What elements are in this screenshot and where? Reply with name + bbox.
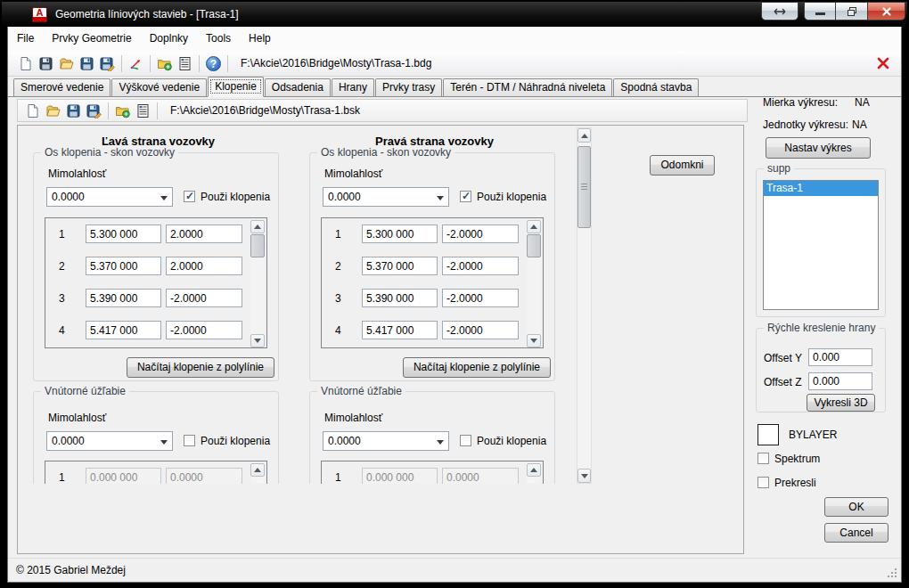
use-tilt-checkbox[interactable] (184, 435, 195, 446)
restore-button[interactable] (836, 2, 868, 20)
eccentricity-label: Mimolahlosť (48, 167, 106, 180)
table-scrollbar[interactable] (527, 220, 541, 347)
station-input[interactable] (362, 225, 438, 243)
tilt-table-left: 1 2 3 4 (45, 217, 267, 348)
slope-input[interactable] (166, 321, 242, 339)
load-polyline-button[interactable]: Načítaj klopenie z polylínie (403, 357, 551, 378)
scroll-up-button[interactable] (577, 128, 591, 143)
offset-y-field[interactable] (808, 348, 872, 366)
save-as-bsk-button[interactable] (84, 101, 104, 121)
add-folder-button[interactable] (112, 101, 133, 121)
main-vertical-scrollbar[interactable] (577, 127, 592, 484)
app-icon: A (32, 7, 47, 22)
table-scrollbar[interactable] (250, 220, 265, 347)
unlock-button[interactable]: Odomkni (650, 155, 715, 176)
bylayer-color-swatch[interactable] (758, 424, 779, 445)
menu-item-doplnky[interactable]: Doplnky (141, 27, 197, 51)
station-input[interactable] (86, 257, 161, 275)
scroll-up-button[interactable] (527, 463, 541, 477)
row-number: 1 (59, 471, 65, 484)
window-controls (804, 2, 905, 20)
scroll-thumb[interactable] (577, 146, 591, 228)
eccentricity-combobox[interactable]: 0.0000 (46, 187, 173, 207)
add-folder-button[interactable] (154, 53, 175, 74)
scroll-up-button[interactable] (527, 220, 541, 233)
table-row: 3 (45, 289, 266, 307)
station-input[interactable] (86, 321, 161, 339)
station-input[interactable] (86, 289, 161, 307)
tab-hrany[interactable]: Hrany (332, 78, 374, 96)
new-bsk-button[interactable] (22, 101, 43, 121)
offset-z-field[interactable] (808, 372, 872, 390)
slope-input[interactable] (442, 289, 519, 307)
new-file-button[interactable] (15, 53, 36, 74)
scroll-down-button[interactable] (527, 334, 541, 347)
window-titlebar[interactable]: A Geometria líniových stavieb - [Trasa-1… (2, 2, 907, 27)
open-bsk-button[interactable] (43, 101, 63, 121)
menu-item-tools[interactable]: Tools (197, 27, 240, 51)
ucs-axes-button[interactable] (126, 53, 146, 74)
tab-vyskove-vedenie[interactable]: Výškové vedenie (111, 78, 207, 96)
tab-odsadenia[interactable]: Odsadenia (265, 78, 331, 96)
quick-edge-group: Rýchle kreslenie hrany Offset Y Offset Z… (756, 328, 886, 412)
scroll-up-button[interactable] (250, 463, 265, 477)
save-all-button[interactable] (36, 53, 56, 74)
open-file-button[interactable] (56, 53, 77, 74)
slope-input[interactable] (442, 321, 519, 339)
station-input[interactable] (362, 321, 438, 339)
use-tilt-checkbox[interactable] (460, 191, 471, 202)
save-as-button[interactable] (97, 53, 118, 74)
scroll-thumb[interactable] (527, 234, 541, 257)
spektrum-checkbox[interactable] (758, 453, 769, 464)
help-icon: ? (206, 56, 221, 71)
save-button[interactable] (77, 53, 97, 74)
tab-smerove-vedenie[interactable]: Smerové vedenie (13, 78, 111, 96)
scroll-down-button[interactable] (577, 469, 591, 483)
help-button[interactable]: ? (203, 53, 224, 74)
menu-item-prvky-geometrie[interactable]: Prvky Geometrie (43, 27, 140, 51)
set-drawing-button[interactable]: Nastav výkres (766, 137, 871, 159)
ok-button[interactable]: OK (824, 497, 889, 517)
report-button[interactable] (133, 101, 153, 121)
tab-prvky-trasy[interactable]: Prvky trasy (375, 78, 442, 96)
eccentricity-combobox[interactable]: 0.0000 (46, 431, 173, 451)
scroll-up-button[interactable] (250, 220, 265, 233)
tab-klopenie[interactable]: Klopenie (208, 77, 264, 97)
report-button[interactable] (175, 53, 195, 74)
supp-listbox[interactable]: Trasa-1 (763, 180, 879, 310)
slope-input[interactable] (166, 225, 242, 243)
slope-input[interactable] (166, 289, 242, 307)
axis-tilt-group-right: Os klopenia - skon vozovky Mimolahlosť 0… (309, 152, 555, 381)
use-tilt-checkbox[interactable] (460, 435, 471, 446)
save-bsk-button[interactable] (63, 101, 84, 121)
scroll-down-button[interactable] (250, 334, 265, 347)
tab-spodna-stavba[interactable]: Spodná stavba (613, 78, 699, 96)
slope-input[interactable] (442, 225, 519, 243)
station-input[interactable] (362, 289, 438, 307)
spektrum-label: Spektrum (774, 453, 820, 465)
prekresli-checkbox[interactable] (758, 477, 769, 488)
close-project-button[interactable] (876, 56, 890, 73)
slope-input[interactable] (442, 257, 519, 275)
draw-3d-button[interactable]: Vykresli 3D (807, 394, 875, 412)
tab-teren-dtm[interactable]: Terén - DTM / Náhradná niveleta (443, 78, 612, 96)
list-item-trasa-1[interactable]: Trasa-1 (764, 181, 878, 196)
eccentricity-label: Mimolahlosť (324, 412, 382, 424)
minimize-button[interactable] (804, 2, 836, 20)
station-input[interactable] (362, 257, 438, 275)
menu-item-file[interactable]: File (8, 27, 43, 51)
eccentricity-combobox[interactable]: 0.0000 (323, 431, 449, 451)
station-input[interactable] (86, 225, 161, 243)
table-scrollbar[interactable] (250, 463, 265, 484)
window-flip-button[interactable] (761, 2, 798, 20)
close-button[interactable] (868, 2, 905, 20)
use-tilt-checkbox[interactable] (184, 191, 195, 202)
eccentricity-combobox[interactable]: 0.0000 (323, 187, 449, 207)
load-polyline-button[interactable]: Načítaj klopenie z polylínie (127, 357, 274, 378)
resize-grip[interactable] (886, 567, 897, 578)
scroll-thumb[interactable] (250, 234, 265, 257)
slope-input[interactable] (166, 257, 242, 275)
menu-item-help[interactable]: Help (240, 27, 280, 51)
table-scrollbar[interactable] (527, 463, 541, 484)
cancel-button[interactable]: Cancel (824, 523, 889, 543)
